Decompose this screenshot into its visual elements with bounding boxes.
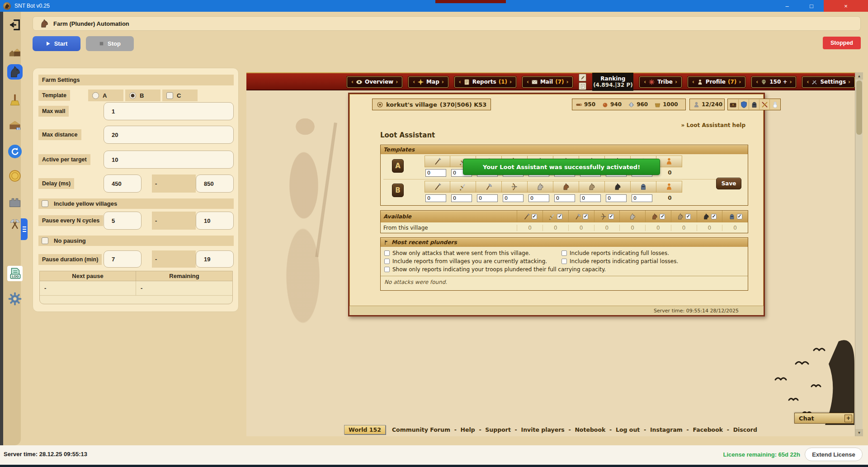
tpl-b-archer-input[interactable] [503,194,524,202]
avail-heavy-checkbox[interactable] [711,214,717,219]
pause-cycles-from-input[interactable] [104,212,142,230]
avail-axe-checkbox[interactable] [583,214,588,219]
extend-license-button[interactable]: Extend License [805,448,863,461]
include-yellow-checkbox[interactable] [42,200,48,207]
chat-expand-button[interactable]: + [844,415,852,422]
tpl-b-heavy-input[interactable] [606,194,627,202]
nav-map[interactable]: Map [408,76,448,88]
filter-capacity-checkbox[interactable] [384,267,390,272]
tpl-b-scout-input[interactable] [528,194,549,202]
avail-marcher-checkbox[interactable] [685,214,691,219]
pause-cycles-to-input[interactable] [196,212,234,230]
loot-assistant-help-link[interactable]: » Loot Assistant help [681,122,745,128]
nav-profile[interactable]: Profile(7) [688,76,745,88]
delay-to-input[interactable] [196,175,234,193]
helmet-slot[interactable] [749,99,759,109]
filter-currently-attacking[interactable]: Include reports from villages you are cu… [384,258,547,264]
weapons-slot[interactable] [759,99,769,109]
scroll-up-arrow[interactable]: ▲ [855,72,863,80]
no-pausing-row[interactable]: No pausing [38,236,234,246]
nav-mail[interactable]: Mail(7) [522,76,573,88]
save-button[interactable]: Save [716,178,741,189]
max-distance-input[interactable] [104,126,234,144]
footer-link-discord[interactable]: Discord [733,426,757,433]
sidebar-item-troops[interactable] [7,216,23,231]
nav-reports[interactable]: Reports(1) [454,76,516,88]
sidebar-item-farm[interactable] [7,64,23,80]
filter-full-capacity[interactable]: Show only reports indicating your troops… [384,266,606,273]
avail-paladin-checkbox[interactable] [737,214,742,219]
sidebar-item-premium[interactable] [7,168,23,184]
pause-duration-to-input[interactable] [196,250,234,268]
village-name-box[interactable]: korkut's village (370|506) K53 [372,99,491,110]
sidebar-item-wall[interactable] [7,194,23,210]
filter-full-losses-checkbox[interactable] [561,250,567,256]
footer-link-facebook[interactable]: Facebook [693,426,733,433]
sidebar-item-cleaner[interactable] [7,92,23,108]
notebook-button[interactable] [579,82,586,90]
snowman-slot[interactable] [769,99,780,109]
filter-sent-from-village[interactable]: Show only attacks that were sent from th… [384,250,530,256]
footer-link-instagram[interactable]: Instagram [650,426,693,433]
max-wall-input[interactable] [104,102,234,120]
template-a-button[interactable]: A [392,159,404,173]
tpl-b-paladin-input[interactable] [632,194,652,202]
panel-drag-handle[interactable] [21,218,28,240]
template-radio-a[interactable] [92,92,99,99]
quick-note-button[interactable] [579,74,586,81]
nav-premium[interactable]: 150 + [751,76,796,88]
sidebar-item-builder[interactable] [7,118,23,133]
tpl-a-spear-input[interactable] [425,169,446,177]
tpl-b-sword-input[interactable] [451,194,472,202]
scroll-down-arrow[interactable]: ▼ [855,429,863,436]
template-checkbox-c[interactable] [166,92,173,99]
pause-duration-from-input[interactable] [104,250,142,268]
sidebar-item-villages[interactable] [7,44,23,60]
sidebar-item-settings[interactable] [7,291,23,307]
nav-tribe[interactable]: Tribe [639,76,682,88]
filter-sent-checkbox[interactable] [384,250,390,256]
scrollbar-thumb[interactable] [856,80,862,135]
tpl-b-marcher-input[interactable] [580,194,601,202]
avail-light-checkbox[interactable] [660,214,665,219]
footer-link-help[interactable]: Help [461,426,486,433]
stop-button[interactable]: Stop [86,36,134,51]
template-option-a[interactable]: A [88,90,123,101]
avail-spear-checkbox[interactable] [532,214,537,219]
include-yellow-row[interactable]: Include yellow villages [38,198,234,209]
active-per-target-input[interactable] [104,151,234,169]
no-pausing-checkbox[interactable] [42,237,48,244]
close-button[interactable]: × [824,0,868,12]
footer-link-logout[interactable]: Log out [616,426,650,433]
minimize-button[interactable]: – [775,0,799,12]
nav-overview[interactable]: Overview [347,76,402,88]
tpl-b-axe-input[interactable] [477,194,498,202]
chat-bar[interactable]: Chat + [794,413,854,424]
delay-from-input[interactable] [104,175,142,193]
footer-link-support[interactable]: Support [485,426,521,433]
start-button[interactable]: Start [33,36,80,51]
avail-archer-checkbox[interactable] [609,214,614,219]
tpl-b-light-input[interactable] [554,194,575,202]
world-button[interactable]: World 152 [344,425,386,434]
template-option-c[interactable]: C [162,90,198,101]
nav-ranking[interactable]: Ranking (4.894.|32 P) [592,73,633,91]
footer-link-forum[interactable]: Community Forum [392,426,461,433]
filter-full-losses[interactable]: Include reports indicating full losses. [561,250,669,256]
sidebar-item-logs[interactable]: LOG [7,266,23,281]
shield-slot[interactable] [738,99,749,109]
filter-partial-losses[interactable]: Include reports indicating partial losse… [561,258,678,264]
sidebar-item-refresh[interactable] [7,144,23,159]
filter-attacking-checkbox[interactable] [384,259,390,264]
maximize-button[interactable]: □ [799,0,824,12]
sidebar-item-exit[interactable] [7,17,23,33]
avail-sword-checkbox[interactable] [557,214,562,219]
tpl-b-spear-input[interactable] [425,194,446,202]
chest-slot[interactable] [728,99,738,109]
template-option-b[interactable]: B [125,90,160,101]
filter-partial-losses-checkbox[interactable] [561,259,567,264]
template-radio-b[interactable] [129,92,136,99]
footer-link-invite[interactable]: Invite players [521,426,575,433]
nav-settings[interactable]: Settings [802,76,855,88]
template-b-button[interactable]: B [392,184,404,197]
